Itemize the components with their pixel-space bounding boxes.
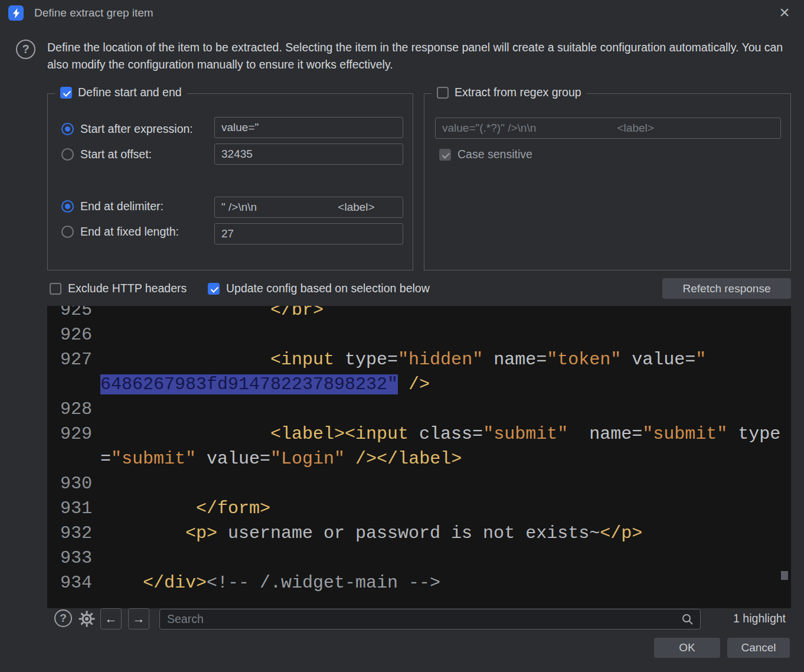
code-row: 926 [47,322,791,347]
ok-button[interactable]: OK [654,638,720,658]
code-row: 928 [47,397,791,422]
start-at-offset-radio[interactable] [61,148,74,161]
code-row: 931 </form> [47,496,791,521]
refetch-response-button[interactable]: Refetch response [662,278,791,299]
code-line-text: <p> username or password is not exists~<… [92,521,642,546]
code-row: 933 [47,546,791,570]
line-number [47,372,92,397]
line-number: 927 [47,347,92,372]
code-line-text: </br> [92,306,323,322]
response-code: 925 </br>926927 <input type="hidden" nam… [47,306,791,595]
code-row: 6486267983fd914782237898232" /> [47,372,791,397]
code-line-text: 6486267983fd914782237898232" /> [92,372,430,397]
previous-match-button[interactable]: ← [100,608,122,629]
code-line-text: <label><input class="submit" name="submi… [92,422,780,446]
lightning-bolt-icon [12,8,21,18]
code-line-text [92,546,100,570]
intro-description: Define the location of the item to be ex… [47,39,786,73]
end-at-delimiter-label: End at delimiter: [80,200,164,213]
code-row: 927 <input type="hidden" name="token" va… [47,347,791,372]
line-number: 933 [47,546,92,570]
regex-pattern-input[interactable] [435,118,781,139]
line-number: 926 [47,322,92,347]
line-number [47,446,92,471]
define-start-end-checkbox[interactable] [60,87,72,99]
search-help-icon[interactable]: ? [54,609,72,627]
end-at-delimiter-input[interactable] [214,197,403,218]
start-after-expression-input[interactable] [214,117,403,138]
gear-icon[interactable] [78,610,96,628]
update-config-label: Update config based on selection below [226,282,430,295]
update-config-checkbox[interactable] [208,283,220,295]
code-row: 925 </br> [47,306,791,322]
lightning-app-icon [8,5,24,21]
end-at-fixed-length-radio[interactable] [61,226,74,238]
highlight-count-label: 1 highlight [733,612,786,625]
end-at-delimiter-radio[interactable] [61,200,74,213]
code-line-text: ="submit" value="Login" /></label> [92,446,462,471]
exclude-http-headers-checkbox[interactable] [50,283,61,295]
start-at-offset-label: Start at offset: [80,148,152,161]
help-icon: ? [16,40,35,59]
start-after-expression-label: Start after expression: [80,122,193,136]
define-extract-grep-item-dialog: Define extract grep item × ? Define the … [0,0,804,672]
end-at-fixed-length-label: End at fixed length: [80,225,179,239]
line-number: 931 [47,496,92,521]
case-sensitive-checkbox [439,149,451,161]
line-number: 928 [47,397,92,422]
code-row: ="submit" value="Login" /></label> [47,446,791,471]
line-number: 925 [47,306,92,322]
code-line-text: </div><!-- /.widget-main --> [92,570,440,595]
extract-regex-label: Extract from regex group [455,86,581,99]
code-row: 929 <label><input class="submit" name="s… [47,422,791,446]
code-row: 934 </div><!-- /.widget-main --> [47,570,791,595]
case-sensitive-label: Case sensitive [457,148,532,161]
extract-regex-group: Extract from regex group Case sensitive [424,93,791,270]
code-row: 930 [47,471,791,496]
line-number: 930 [47,471,92,496]
start-at-offset-input[interactable] [214,143,403,165]
search-field [159,609,701,629]
code-line-text: <input type="hidden" name="token" value=… [92,347,706,372]
dialog-title: Define extract grep item [34,6,153,19]
search-toolbar: ? ← → 1 highlight [47,608,791,631]
end-at-fixed-length-input[interactable] [214,223,403,244]
code-line-text: </form> [92,496,270,521]
search-icon[interactable] [681,613,694,626]
close-icon[interactable]: × [773,1,796,24]
cancel-button[interactable]: Cancel [727,638,790,658]
scrollbar-thumb[interactable] [781,571,788,580]
code-line-text [92,471,100,496]
code-line-text [92,397,100,422]
start-after-expression-radio[interactable] [61,123,74,135]
line-number: 934 [47,570,92,595]
define-start-end-group: Define start and end Start after express… [47,93,413,270]
extract-regex-checkbox[interactable] [437,87,449,99]
line-number: 929 [47,422,92,446]
code-line-text [92,322,100,347]
line-number: 932 [47,521,92,546]
response-panel[interactable]: 925 </br>926927 <input type="hidden" nam… [47,306,791,608]
code-row: 932 <p> username or password is not exis… [47,521,791,546]
define-start-end-label: Define start and end [78,86,182,99]
search-input[interactable] [160,609,681,629]
next-match-button[interactable]: → [128,608,149,629]
exclude-http-headers-label: Exclude HTTP headers [68,282,187,295]
